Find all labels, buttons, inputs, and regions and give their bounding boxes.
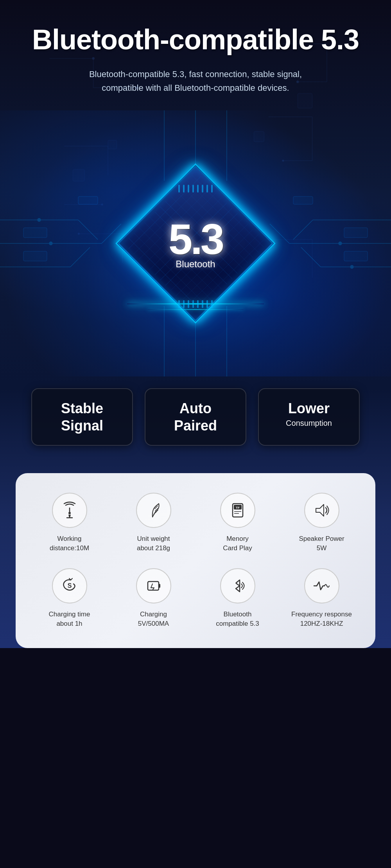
lower-consumption-badge: Lower Consumption — [258, 388, 360, 445]
svg-point-55 — [68, 512, 71, 514]
svg-line-30 — [78, 220, 98, 240]
svg-point-46 — [38, 218, 41, 222]
unit-weight-label: Unit weight about 218g — [137, 534, 170, 553]
main-title: Bluetooth-compatible 5.3 — [16, 23, 375, 56]
bluetooth-icon — [220, 568, 255, 603]
header-section: Bluetooth-compatible 5.3 Bluetooth-compa… — [0, 0, 391, 110]
subtitle-line1: Bluetooth-compatible 5.3, fast connectio… — [89, 69, 302, 79]
svg-line-32 — [70, 247, 90, 267]
subtitle-line2: compatible with all Bluetooth-compatible… — [102, 83, 289, 93]
memory-card-label: Menory Card Play — [223, 534, 252, 553]
subtitle: Bluetooth-compatible 5.3, fast connectio… — [63, 67, 328, 95]
svg-rect-54 — [293, 196, 313, 204]
bluetooth-label: Bluetooth compatible 5.3 — [216, 610, 259, 628]
tf-card-icon: TF — [220, 493, 255, 528]
spec-memory-card: TF Menory Card Play — [199, 493, 276, 553]
svg-rect-53 — [78, 196, 98, 204]
svg-rect-50 — [23, 251, 47, 261]
svg-line-68 — [151, 584, 152, 588]
antenna-icon — [52, 493, 87, 528]
feather-icon — [136, 493, 171, 528]
svg-point-47 — [339, 242, 342, 245]
spec-bluetooth: Bluetooth compatible 5.3 — [199, 568, 276, 628]
specs-card: Working distance:10M — [16, 473, 375, 648]
charging-time-icon: S — [52, 568, 87, 603]
chip-section: 5.3 Bluetooth — [0, 110, 391, 376]
svg-line-38 — [301, 247, 321, 267]
svg-rect-67 — [159, 584, 160, 588]
chip-visual: 5.3 Bluetooth — [121, 169, 270, 318]
svg-text:S: S — [67, 582, 72, 589]
charging-label: Charging 5V/500MA — [138, 610, 169, 628]
chip-label: Bluetooth — [169, 259, 222, 270]
charging-time-label: Charging time about 1h — [49, 610, 90, 628]
spec-frequency: Frequency response 120HZ-18KHZ — [283, 568, 360, 628]
svg-text:TF: TF — [236, 506, 240, 510]
spec-speaker-power: Speaker Power 5W — [283, 493, 360, 553]
lower-title: Lower — [271, 400, 347, 417]
features-section: Stable Signal Auto Paired Lower Consumpt… — [0, 376, 391, 465]
svg-marker-64 — [316, 504, 324, 516]
auto-paired-badge: Auto Paired — [145, 388, 246, 445]
svg-point-45 — [49, 242, 52, 245]
spec-charging: Charging 5V/500MA — [115, 568, 192, 628]
consumption-subtitle: Consumption — [271, 419, 347, 428]
stable-signal-badge: Stable Signal — [31, 388, 133, 445]
svg-line-36 — [293, 220, 313, 240]
chip-number: 5.3 — [169, 218, 222, 261]
svg-point-48 — [350, 265, 353, 268]
frequency-label: Frequency response 120HZ-18KHZ — [291, 610, 352, 628]
svg-rect-51 — [344, 228, 368, 238]
auto-paired-title: Auto Paired — [157, 400, 234, 434]
spec-working-distance: Working distance:10M — [31, 493, 108, 553]
chip-text: 5.3 Bluetooth — [169, 218, 222, 270]
speaker-power-label: Speaker Power 5W — [299, 534, 344, 553]
spec-unit-weight: Unit weight about 218g — [115, 493, 192, 553]
spec-charging-time: S Charging time about 1h — [31, 568, 108, 628]
battery-icon — [136, 568, 171, 603]
stable-signal-title: Stable Signal — [44, 400, 120, 434]
waveform-icon — [304, 568, 339, 603]
svg-rect-52 — [344, 251, 368, 261]
working-distance-label: Working distance:10M — [50, 534, 89, 553]
speaker-icon — [304, 493, 339, 528]
svg-rect-49 — [23, 228, 47, 238]
specs-grid: Working distance:10M — [31, 493, 360, 628]
